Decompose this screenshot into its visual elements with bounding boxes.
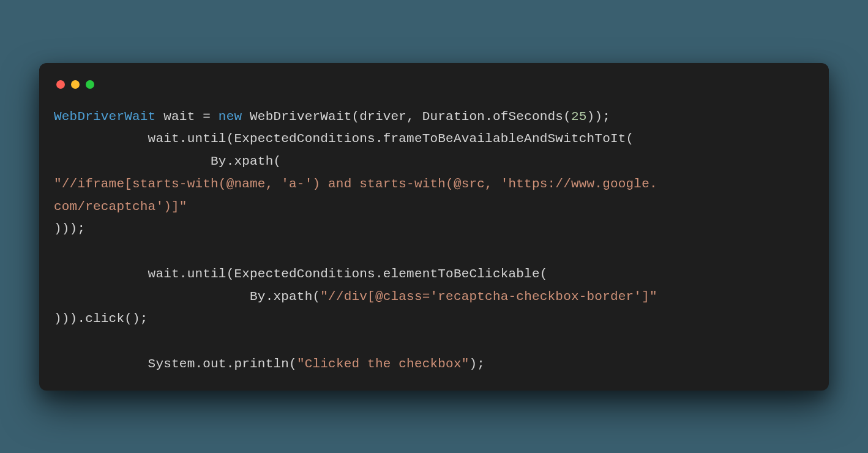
code-area: WebDriverWait wait = new WebDriverWait(d… bbox=[54, 106, 814, 376]
code-token-keyword: new bbox=[219, 110, 242, 124]
code-token-plain: ))); bbox=[54, 222, 85, 236]
close-button[interactable] bbox=[56, 80, 65, 89]
code-token-plain: wait.until(ExpectedConditions.elementToB… bbox=[54, 267, 548, 281]
code-token-plain: ); bbox=[470, 357, 485, 371]
code-token-plain: WebDriverWait(driver, Duration.ofSeconds… bbox=[242, 110, 571, 124]
code-token-plain: ))).click(); bbox=[54, 312, 148, 326]
code-token-string: com/recaptcha')]" bbox=[54, 200, 187, 214]
code-window: WebDriverWait wait = new WebDriverWait(d… bbox=[39, 63, 829, 391]
code-token-plain: By.xpath( bbox=[54, 290, 320, 304]
minimize-button[interactable] bbox=[71, 80, 80, 89]
code-token-plain: wait = bbox=[155, 110, 218, 124]
code-token-string: "//div[@class='recaptcha-checkbox-border… bbox=[320, 290, 657, 304]
code-token-plain: )); bbox=[587, 110, 610, 124]
code-token-string: "//iframe[starts-with(@name, 'a-') and s… bbox=[54, 177, 657, 191]
code-token-plain: wait.until(ExpectedConditions.frameToBeA… bbox=[54, 132, 634, 146]
code-token-plain: By.xpath( bbox=[54, 154, 281, 168]
code-token-type: WebDriverWait bbox=[54, 110, 155, 124]
maximize-button[interactable] bbox=[86, 80, 94, 89]
code-token-string: "Clicked the checkbox" bbox=[297, 357, 470, 371]
code-token-number: 25 bbox=[571, 110, 587, 124]
code-token-plain: System.out.println( bbox=[54, 357, 297, 371]
window-titlebar bbox=[54, 75, 814, 106]
